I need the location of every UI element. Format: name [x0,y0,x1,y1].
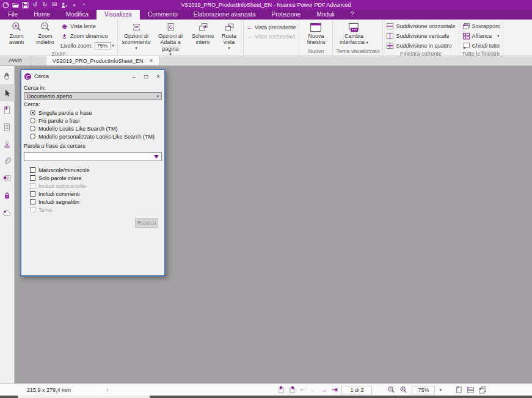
tab-elaborazione-avanzata[interactable]: Elaborazione avanzata [186,10,264,20]
radio-multiple-words[interactable]: Più parole o frasi [30,117,162,125]
status-bar: 215,9 x 279,4 mm ‹ ⇤ ← → ⇥ 1 di 2 75% ▾ [0,383,532,396]
next-view-icon: → [247,34,252,40]
checkbox-icon [30,191,35,197]
last-page-button[interactable]: ⇥ [332,386,337,393]
tab-home[interactable]: Home [26,10,58,20]
continuous-view-icon[interactable] [467,386,475,394]
radio-single-word-label: Singola parola o frase [38,110,92,116]
tab-avvio[interactable]: Avvio [0,56,31,65]
previous-view-button[interactable]: ← Vista precedente [247,23,296,31]
zoom-level-combo[interactable]: 75% [95,42,111,49]
signature-icon[interactable] [61,2,68,9]
single-page-view-icon[interactable] [454,386,462,394]
dialog-minimize-button[interactable]: – [128,70,140,82]
comments-panel-button[interactable] [0,170,15,187]
split-quad-button[interactable]: Suddivisione in quattro [386,42,455,50]
previous-page-button: ← [310,386,316,393]
tab-help[interactable]: ? [343,10,362,20]
clouds-panel-button[interactable] [0,204,15,221]
open-icon[interactable] [12,2,19,9]
pages-panel-button[interactable] [0,118,15,136]
tab-visualizza[interactable]: Visualizza [97,10,140,20]
page-indicator[interactable]: 1 di 2 [341,386,372,394]
tile-windows-dropdown-icon: ▾ [497,34,500,38]
facing-pages-view-icon[interactable] [479,386,487,394]
next-page-button[interactable]: → [321,386,327,393]
tab-protezione[interactable]: Protezione [264,10,309,20]
fit-page-options-button[interactable]: Opzioni di Adatta a pagina ▾ [153,21,188,57]
cascade-windows-button[interactable]: Sovrapponi [462,22,500,31]
prev-view-page-icon[interactable] [278,386,285,394]
dialog-title-bar[interactable]: Cerca – □ × [21,70,164,82]
scroll-options-button[interactable]: Opzioni di scorrimento ▾ [121,21,151,51]
full-screen-button[interactable]: Schermo intero [189,21,216,46]
dialog-maximize-button[interactable]: □ [140,70,152,82]
scroll-options-label: Opzioni di scorrimento [121,33,151,46]
select-tool-button[interactable] [0,84,15,101]
page-icon [2,123,12,132]
dialog-close-button[interactable]: × [152,70,164,82]
dynamic-zoom-button[interactable]: ± Zoom dinamico [60,32,114,40]
checkbox-include-comments-label: Includi commenti [38,191,80,197]
redo-icon[interactable]: ↻ [42,2,48,9]
zoom-value-box[interactable]: 75% [412,386,435,394]
next-view-page-icon[interactable] [289,386,296,394]
radio-single-word[interactable]: Singola parola o frase [30,109,162,117]
zoom-out-status-icon[interactable] [387,386,395,394]
zoom-level-value: 75% [97,43,108,49]
zoom-in-button[interactable]: Zoom avanti [3,21,30,46]
app-logo-icon[interactable] [2,2,9,9]
tile-windows-label: Affianca [472,33,492,39]
zoom-dropdown-icon[interactable]: ▾ [439,388,442,393]
tab-moduli[interactable]: Moduli [308,10,342,20]
search-in-select[interactable]: Documento aperto ▾ [24,92,162,100]
tab-commento[interactable]: Commento [140,10,186,20]
email-icon[interactable]: ✉ [51,2,58,9]
split-horizontal-button[interactable]: Suddivisione orizzontale [386,22,455,31]
stamps-panel-button[interactable] [0,136,15,153]
checkbox-case-sensitive[interactable]: Maiuscole/minuscole [30,166,162,174]
change-interface-button[interactable]: Cambia interfaccia ▾ [336,21,371,46]
radio-looks-like-search[interactable]: Modello Looks Like Search (TM) [30,125,162,132]
new-window-button[interactable]: Nuova finestra [302,21,329,46]
radio-custom-looks-like-search[interactable]: Modello personalizzato Looks Like Search… [30,132,162,140]
previous-view-label: Vista precedente [255,24,296,31]
split-vertical-button[interactable]: Suddivisione verticale [386,32,455,40]
checkbox-whole-words[interactable]: Solo parole intere [30,174,162,182]
scrollbar-thumb[interactable] [18,396,150,398]
checkbox-include-bookmarks[interactable]: Includi segnalibri [30,198,162,206]
bookmarks-panel-button[interactable] [0,101,15,118]
tile-windows-button[interactable]: Affianca ▾ [462,32,500,40]
lens-view-button[interactable]: ⊕ Vista lente [60,22,114,31]
security-panel-button[interactable] [0,187,15,204]
horizontal-scrollbar[interactable] [0,396,532,398]
zoom-level-dropdown-icon[interactable]: ▾ [112,43,115,48]
radio-multiple-words-label: Più parole o frasi [38,118,80,124]
save-icon[interactable] [22,2,29,9]
qat-customize-icon[interactable]: ᠆ [81,2,87,9]
split-vertical-label: Suddivisione verticale [396,33,449,39]
attachments-panel-button[interactable] [0,153,15,170]
collapse-panel-icon[interactable]: ‹ [106,386,108,393]
search-in-label: Cerca in: [24,85,162,91]
tab-file[interactable]: File [0,10,26,20]
checkbox-icon [30,183,35,189]
undo-icon[interactable]: ↺ [32,2,38,9]
tab-modifica[interactable]: Modifica [58,10,97,20]
new-window-icon [309,21,322,33]
qat-dropdown-icon[interactable]: ▾ [71,2,78,9]
scroll-options-dropdown-icon: ▾ [135,46,137,51]
tab-close-icon[interactable]: × [149,57,153,64]
phrase-combobox[interactable] [24,152,162,161]
close-all-button[interactable]: Chiudi tutto [462,42,500,50]
zoom-in-status-icon[interactable] [399,386,407,394]
pan-tool-button[interactable] [0,67,15,84]
tab-document-label: VS2019_PRO_ProductInfoSheet_EN [53,58,144,64]
rotate-view-button[interactable]: Ruota vista ▾ [218,21,240,51]
phrase-label: Parola o frase da cercare [24,143,162,149]
phrase-dropdown-icon[interactable] [154,155,159,159]
checkbox-include-comments[interactable]: Includi commenti [30,190,162,198]
tab-document[interactable]: VS2019_PRO_ProductInfoSheet_EN × [46,56,159,65]
cascade-windows-label: Sovrapponi [472,23,500,29]
zoom-out-button[interactable]: Zoom indietro [32,21,59,46]
